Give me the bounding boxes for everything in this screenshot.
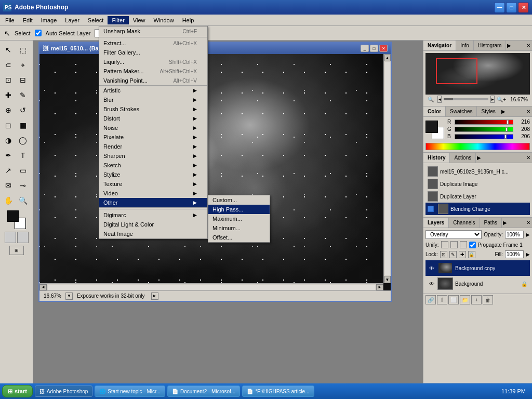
tool-marquee[interactable]: ⬚ (16, 43, 30, 57)
lock-transparent-btn[interactable]: ⊡ (440, 251, 447, 258)
taskbar-photoshop[interactable]: 🖼 Adobe Photoshop (35, 385, 93, 397)
filter-liquify[interactable]: Liquify... Shift+Ctrl+X (99, 57, 207, 66)
status-arrow-btn[interactable]: ► (151, 292, 158, 300)
filter-artistic[interactable]: Artistic ▶ (99, 86, 207, 95)
filter-blur[interactable]: Blur ▶ (99, 95, 207, 104)
filter-noise[interactable]: Noise ▶ (99, 123, 207, 132)
layer-eye-bg[interactable]: 👁 (428, 280, 435, 287)
tool-clone[interactable]: ⊕ (1, 103, 16, 117)
vertical-scrollbar[interactable]: ▲ ▼ (383, 54, 391, 283)
unify-btn2[interactable] (450, 241, 458, 248)
zoom-slider[interactable] (444, 98, 488, 100)
scroll-vtrack[interactable] (385, 62, 390, 275)
menu-layer[interactable]: Layer (61, 16, 84, 24)
green-slider-thumb[interactable] (506, 127, 508, 131)
panel-arrow-nav[interactable]: ▶ (506, 42, 512, 49)
fill-input[interactable] (505, 250, 524, 258)
layer-group-btn[interactable]: 📁 (460, 295, 470, 304)
menu-image[interactable]: Image (37, 16, 61, 24)
layer-link-btn[interactable]: 🔗 (425, 295, 436, 304)
tool-magic-wand[interactable]: ⌖ (16, 58, 30, 72)
tool-blur[interactable]: ◑ (1, 133, 16, 148)
filter-video[interactable]: Video ▶ (99, 189, 207, 198)
tool-gradient[interactable]: ▦ (16, 118, 30, 132)
tool-shape[interactable]: ▭ (16, 163, 30, 178)
layer-item-background[interactable]: 👁 Background 🔒 (425, 276, 530, 291)
unify-btn3[interactable] (460, 241, 467, 248)
filter-digimarc[interactable]: Digimarc ▶ (99, 210, 207, 220)
lock-image-btn[interactable]: ✎ (449, 251, 457, 258)
nav-panel-close[interactable]: ✕ (525, 42, 532, 49)
filter-render[interactable]: Render ▶ (99, 142, 207, 151)
filter-brush-strokes[interactable]: Brush Strokes ▶ (99, 104, 207, 114)
horizontal-scrollbar[interactable]: ◄ ► (39, 283, 383, 290)
tool-dodge[interactable]: ◯ (16, 133, 30, 148)
filter-sketch[interactable]: Sketch ▶ (99, 161, 207, 170)
doc-minimize-btn[interactable]: _ (361, 45, 369, 52)
scroll-left-btn[interactable]: ◄ (39, 284, 47, 290)
layers-panel-close[interactable]: ✕ (525, 219, 532, 227)
tool-history-brush[interactable]: ↺ (16, 103, 30, 117)
scroll-up-btn[interactable]: ▲ (384, 54, 391, 61)
history-panel-close[interactable]: ✕ (525, 154, 532, 162)
menu-window[interactable]: Window (150, 16, 178, 24)
minimize-button[interactable]: — (494, 2, 505, 13)
menu-edit[interactable]: Edit (19, 16, 37, 24)
filter-sharpen[interactable]: Sharpen ▶ (99, 151, 207, 161)
filter-pixelate[interactable]: Pixelate ▶ (99, 132, 207, 142)
filter-other[interactable]: Other ▶ (99, 198, 207, 207)
tool-type[interactable]: T (16, 148, 30, 163)
menu-filter[interactable]: Filter (108, 16, 128, 24)
color-panel-close[interactable]: ✕ (525, 108, 532, 115)
filter-stylize[interactable]: Stylize ▶ (99, 170, 207, 179)
swatches-tab[interactable]: Swatches (446, 107, 477, 116)
tool-pen[interactable]: ✒ (1, 148, 16, 163)
blend-mode-select[interactable]: Overlay Normal Multiply (425, 230, 482, 239)
tool-slice[interactable]: ⊟ (16, 73, 30, 87)
submenu-offset[interactable]: Offset... (208, 233, 270, 242)
fg-color-swatch[interactable] (425, 121, 438, 133)
tool-brush[interactable]: ✎ (16, 88, 30, 102)
doc-maximize-btn[interactable]: □ (370, 45, 378, 52)
layer-eye-bg-copy[interactable]: 👁 (428, 264, 435, 272)
quick-mask-on[interactable] (17, 232, 29, 243)
lock-all-btn[interactable]: 🔒 (468, 251, 475, 258)
lock-position-btn[interactable]: ✚ (459, 251, 466, 258)
panel-arrow-history[interactable]: ▶ (476, 154, 482, 162)
zoom-menu-btn[interactable]: ▼ (65, 292, 73, 300)
history-item-blend[interactable]: Blending Change (425, 203, 530, 215)
menu-view[interactable]: View (129, 16, 150, 24)
tool-eraser[interactable]: ◻ (1, 118, 16, 132)
menu-help[interactable]: Help (178, 16, 198, 24)
submenu-high-pass[interactable]: High Pass... (208, 205, 270, 214)
filter-neat-image[interactable]: Neat Image (99, 229, 207, 238)
submenu-custom[interactable]: Custom... (208, 195, 270, 205)
tool-hand[interactable]: ✋ (1, 193, 16, 208)
submenu-minimum[interactable]: Minimum... (208, 223, 270, 233)
layer-mask-btn[interactable]: ⬜ (448, 295, 459, 304)
layers-tab[interactable]: Layers (423, 218, 449, 228)
propagate-frame-checkbox[interactable] (469, 242, 476, 248)
layer-effects-btn[interactable]: f (437, 295, 447, 304)
filter-digital-light[interactable]: Digital Light & Color (99, 220, 207, 229)
tool-lasso[interactable]: ⊂ (1, 58, 16, 72)
layer-new-btn[interactable]: + (471, 295, 482, 304)
zoom-scroll-left[interactable]: ◄ (437, 96, 442, 103)
filter-distort[interactable]: Distort ▶ (99, 114, 207, 123)
zoom-in-icon[interactable]: 🔍+ (497, 97, 506, 102)
foreground-color-swatch[interactable] (7, 210, 19, 222)
red-slider-track[interactable] (455, 119, 513, 125)
history-item-dup-image[interactable]: Duplicate Image (425, 178, 530, 190)
nav-preview-box[interactable] (436, 58, 477, 84)
filter-gallery[interactable]: Filter Gallery... (99, 48, 207, 57)
tool-eyedropper[interactable]: ⊸ (16, 178, 30, 193)
zoom-scroll-right[interactable]: ► (490, 96, 495, 103)
menu-file[interactable]: File (1, 16, 19, 24)
close-button[interactable]: ✕ (518, 2, 529, 13)
panel-arrow-layers[interactable]: ▶ (502, 219, 508, 227)
red-slider-thumb[interactable] (507, 120, 509, 124)
unify-btn1[interactable] (441, 241, 448, 248)
screen-mode[interactable]: ⊞ (9, 246, 24, 255)
tool-move[interactable]: ↖ (1, 43, 16, 57)
tool-crop[interactable]: ⊡ (1, 73, 16, 87)
